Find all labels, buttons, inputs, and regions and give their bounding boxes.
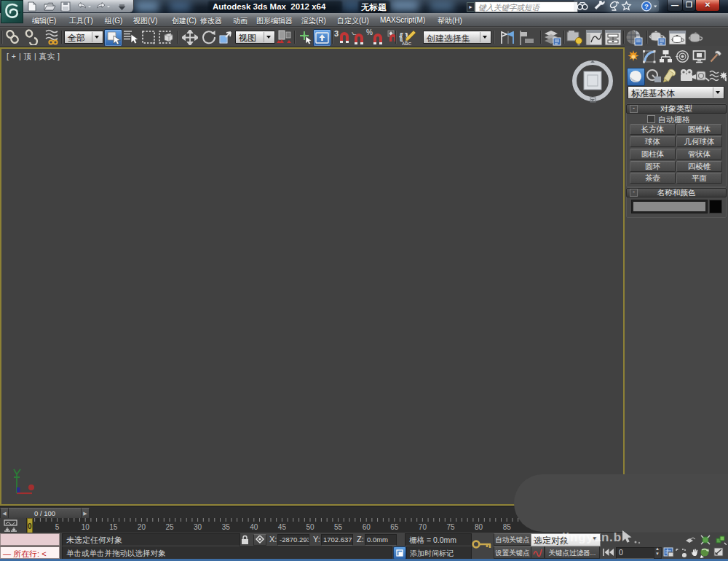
svg-text:70: 70 xyxy=(419,523,427,531)
svg-text:25: 25 xyxy=(165,523,174,531)
svg-text:35: 35 xyxy=(222,523,231,531)
svg-text:3: 3 xyxy=(334,29,339,38)
svg-text:5: 5 xyxy=(55,523,60,531)
svg-text:85: 85 xyxy=(503,523,512,531)
svg-text:80: 80 xyxy=(475,523,483,531)
svg-text:30: 30 xyxy=(194,523,202,531)
svg-text:55: 55 xyxy=(334,523,343,531)
svg-text:10: 10 xyxy=(82,523,90,531)
svg-text:15: 15 xyxy=(109,523,118,531)
svg-text:?: ? xyxy=(644,2,649,10)
svg-text:75: 75 xyxy=(446,523,455,531)
svg-text:45: 45 xyxy=(278,523,287,531)
svg-text:50: 50 xyxy=(306,523,314,531)
svg-text:60: 60 xyxy=(363,523,371,531)
svg-text:20: 20 xyxy=(138,523,146,531)
svg-text:65: 65 xyxy=(390,523,399,531)
svg-text:%: % xyxy=(366,29,373,36)
svg-text:40: 40 xyxy=(250,523,258,531)
